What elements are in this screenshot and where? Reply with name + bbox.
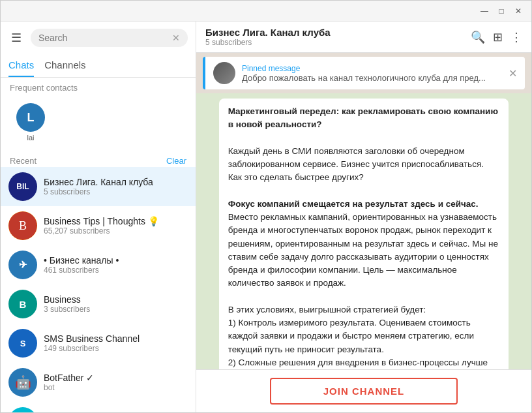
frequent-contacts-header: Frequent contacts xyxy=(1,78,196,95)
pinned-avatar xyxy=(213,62,235,84)
avatar: ✈ xyxy=(8,251,37,279)
chat-sub: bot xyxy=(44,383,188,392)
join-footer: JOIN CHANNEL xyxy=(196,369,531,412)
channel-info: Бизнес Лига. Канал клуба 5 subscribers xyxy=(205,27,331,47)
chat-info: • Бизнес каналы • 461 subscribers xyxy=(44,255,188,275)
chat-item-biz-channels[interactable]: ✈ • Бизнес каналы • 461 subscribers xyxy=(1,245,196,284)
pinned-label: Pinned message xyxy=(242,64,502,73)
content-area: Бизнес Лига. Канал клуба 5 subscribers 🔍… xyxy=(196,22,531,412)
sidebar: ☰ ✕ Chats Channels Frequent contacts L l… xyxy=(1,22,196,412)
pinned-message-bar[interactable]: Pinned message Добро пожаловать на канал… xyxy=(203,57,525,89)
join-channel-button[interactable]: JOIN CHANNEL xyxy=(270,378,458,405)
chat-name: SMS Business Channel xyxy=(44,333,188,344)
recent-label: Recent xyxy=(10,156,37,166)
recent-header: Recent Clear xyxy=(1,152,196,167)
chat-info: BotFather ✓ bot xyxy=(44,373,188,392)
sidebar-header: ☰ ✕ xyxy=(1,22,196,54)
message-heading1: Маркетинговый передел: как рекламировать… xyxy=(228,105,500,132)
message-paragraph2: Вместо рекламных кампаний, ориентированн… xyxy=(228,211,500,290)
chat-item-biz-tips[interactable]: Business Tips | Thoughts 💡 65,207 subscr… xyxy=(1,206,196,245)
pinned-close-icon[interactable]: ✕ xyxy=(509,67,517,80)
chat-sub: 65,207 subscribers xyxy=(44,226,188,236)
contact-label: lai xyxy=(27,134,34,142)
tab-chats[interactable]: Chats xyxy=(8,54,34,77)
chat-item-botfather[interactable]: 🤖 BotFather ✓ bot xyxy=(1,363,196,402)
chat-name: Business Tips | Thoughts 💡 xyxy=(44,216,188,226)
titlebar: — □ ✕ xyxy=(1,1,531,22)
chat-name: • Бизнес каналы • xyxy=(44,255,188,266)
message-bubble: Маркетинговый передел: как рекламировать… xyxy=(219,99,509,369)
chat-name: Business xyxy=(44,294,188,305)
tabs: Chats Channels xyxy=(1,54,196,78)
chat-info: Business Tips | Thoughts 💡 65,207 subscr… xyxy=(44,216,188,236)
chat-info: Group Butler bot xyxy=(44,412,188,412)
chat-sub: 5 subscribers xyxy=(44,187,188,196)
avatar: S xyxy=(8,329,37,358)
more-icon[interactable]: ⋮ xyxy=(510,30,522,44)
search-input[interactable] xyxy=(38,33,172,43)
chat-item-biz-liga[interactable]: BIL Бизнес Лига. Канал клуба 5 subscribe… xyxy=(1,167,196,206)
frequent-contact[interactable]: L lai xyxy=(8,98,53,147)
minimize-button[interactable]: — xyxy=(477,3,492,19)
maximize-button[interactable]: □ xyxy=(494,3,509,19)
tab-channels[interactable]: Channels xyxy=(44,54,85,77)
message-list2: 2) Сложные решения для внедрения в бизне… xyxy=(228,356,500,369)
search-box[interactable]: ✕ xyxy=(31,29,188,47)
columns-icon[interactable]: ⊞ xyxy=(493,30,503,44)
menu-icon[interactable]: ☰ xyxy=(8,28,24,48)
avatar: L xyxy=(16,103,45,132)
channel-subtitle: 5 subscribers xyxy=(205,38,331,47)
chat-sub: 461 subscribers xyxy=(44,266,188,275)
header-icons: 🔍 ⊞ ⋮ xyxy=(471,30,522,44)
chat-name: Group Butler xyxy=(44,412,188,412)
message-heading2: Фокус компаний смещается на результат зд… xyxy=(228,198,500,211)
chat-info: Business 3 subscribers xyxy=(44,294,188,314)
chat-item-group-butler[interactable]: 🤖 Group Butler bot xyxy=(1,402,196,412)
message-list1: 1) Контроль измеримого результата. Оцени… xyxy=(228,316,500,356)
channel-title: Бизнес Лига. Канал клуба xyxy=(205,27,331,38)
clear-button[interactable]: Clear xyxy=(166,156,186,166)
avatar: B xyxy=(8,290,37,318)
chat-info: Бизнес Лига. Канал клуба 5 subscribers xyxy=(44,177,188,196)
messages-area: Маркетинговый передел: как рекламировать… xyxy=(196,93,531,369)
chat-info: SMS Business Channel 149 subscribers xyxy=(44,333,188,353)
search-clear-icon[interactable]: ✕ xyxy=(172,33,180,43)
chat-sub: 3 subscribers xyxy=(44,305,188,314)
chat-item-sms[interactable]: S SMS Business Channel 149 subscribers xyxy=(1,324,196,363)
message-paragraph1: Каждый день в СМИ появляются заголовки о… xyxy=(228,145,500,185)
search-icon[interactable]: 🔍 xyxy=(471,30,485,44)
chat-name: Бизнес Лига. Канал клуба xyxy=(44,177,188,187)
chat-item-business[interactable]: B Business 3 subscribers xyxy=(1,284,196,324)
avatar: BIL xyxy=(8,172,37,201)
close-button[interactable]: ✕ xyxy=(510,3,526,19)
chat-sub: 149 subscribers xyxy=(44,344,188,353)
pinned-content: Pinned message Добро пожаловать на канал… xyxy=(242,64,502,83)
pinned-text: Добро пожаловать на канал технологичного… xyxy=(242,73,502,83)
content-header: Бизнес Лига. Канал клуба 5 subscribers 🔍… xyxy=(196,22,531,53)
avatar: 🤖 xyxy=(8,407,37,412)
avatar: 🤖 xyxy=(8,368,37,397)
chat-name: BotFather ✓ xyxy=(44,373,188,383)
chat-list: BIL Бизнес Лига. Канал клуба 5 subscribe… xyxy=(1,167,196,412)
message-paragraph3: В этих условиях, выигрышной стратегией б… xyxy=(228,303,500,316)
avatar xyxy=(8,211,37,240)
